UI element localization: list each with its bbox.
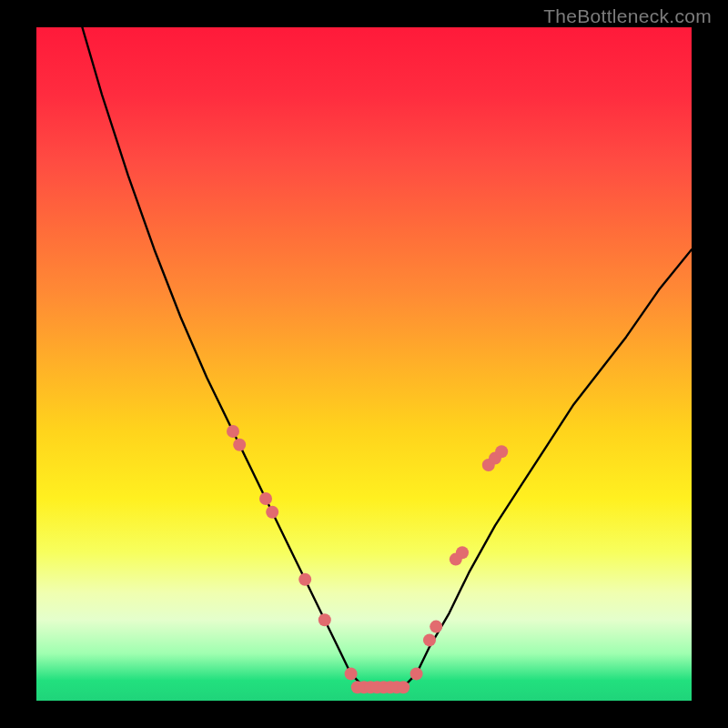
curve-marker [456, 546, 469, 559]
curve-marker [227, 425, 239, 438]
curve-marker [410, 667, 423, 680]
chart-frame: TheBottleneck.com [0, 0, 728, 728]
curve-marker [345, 667, 358, 680]
curve-marker [298, 573, 311, 586]
curve-marker [266, 506, 278, 519]
curve-marker [318, 613, 331, 626]
watermark-text: TheBottleneck.com [543, 5, 712, 27]
curve-marker [259, 492, 272, 505]
curve-path-group [82, 27, 692, 687]
curve-markers [227, 425, 508, 693]
curve-marker [233, 439, 246, 451]
bottleneck-curve [36, 27, 692, 701]
curve-marker [423, 633, 436, 646]
curve-marker [430, 621, 442, 633]
curve-line [82, 27, 692, 687]
curve-marker [495, 445, 508, 458]
curve-marker [397, 681, 410, 693]
